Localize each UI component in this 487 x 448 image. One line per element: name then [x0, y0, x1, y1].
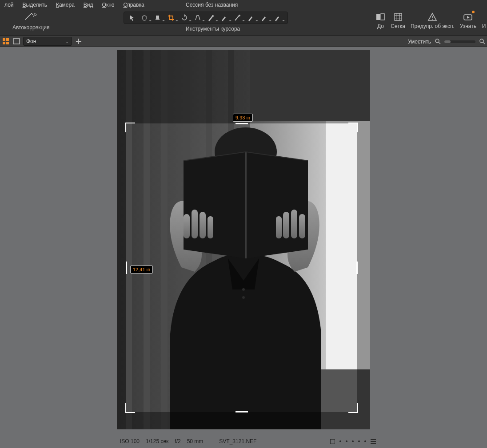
star-4[interactable] [358, 440, 360, 442]
status-focal: 50 mm [187, 438, 204, 444]
eraser-tool[interactable] [247, 13, 258, 23]
hand-tool[interactable] [140, 13, 152, 23]
svg-rect-8 [3, 38, 5, 41]
menu-help[interactable]: Справка [119, 1, 148, 9]
svg-point-13 [435, 39, 439, 43]
keystone-tool[interactable] [193, 13, 205, 23]
status-shutter: 1/125 сек [146, 438, 168, 444]
zoom-search-icon[interactable] [435, 38, 441, 46]
svg-point-30 [242, 288, 245, 291]
svg-rect-40 [299, 214, 305, 238]
svg-line-14 [439, 42, 440, 44]
wand-icon [24, 12, 39, 23]
cursor-tools-label: Инструменты курсора [186, 26, 240, 32]
svg-rect-0 [156, 19, 160, 20]
svg-line-16 [483, 42, 485, 44]
add-layer-button[interactable] [75, 37, 83, 45]
crop-tool[interactable] [167, 13, 178, 23]
status-aperture: f/2 [175, 438, 180, 444]
menu-camera[interactable]: Камера [52, 1, 79, 9]
svg-point-6 [432, 19, 433, 20]
crop-height-readout: 12,41 in [130, 266, 153, 274]
svg-rect-11 [6, 42, 9, 44]
menu-select[interactable]: Выделить [18, 1, 52, 9]
svg-rect-4 [381, 14, 384, 20]
star-1[interactable] [339, 440, 341, 442]
photo-canvas[interactable]: 9,93 in 12,41 in [117, 50, 370, 429]
grid-icon [393, 12, 403, 22]
svg-point-2 [239, 15, 240, 16]
rating-strip[interactable] [330, 439, 376, 444]
spot-tool[interactable] [207, 13, 218, 23]
zoom-slider[interactable] [444, 40, 475, 43]
autocorrection-group[interactable]: Автокоррекция [12, 12, 50, 31]
menu-layer[interactable]: лой [0, 1, 18, 9]
svg-point-15 [480, 39, 483, 43]
svg-rect-10 [3, 42, 5, 44]
heal-tool[interactable] [273, 13, 285, 23]
warning-icon [427, 12, 437, 22]
main-toolbar: Автокоррекция [0, 10, 487, 36]
metadata-icon[interactable] [371, 439, 376, 444]
right-tools: До Сетка Предупр. об эксп. Узнать И [375, 12, 487, 29]
svg-rect-35 [200, 212, 206, 238]
layer-dropdown[interactable]: Фон ⌄ [23, 37, 72, 46]
svg-rect-12 [13, 39, 20, 44]
zoom-controls: Уместить [408, 36, 485, 48]
autocorrection-label: Автокоррекция [12, 24, 50, 31]
rotate-tool[interactable] [180, 13, 192, 23]
clone-tool[interactable] [260, 13, 271, 23]
crop-width-readout: 9,93 in [233, 114, 253, 122]
svg-rect-38 [283, 212, 289, 238]
next-cutoff[interactable]: И [482, 12, 486, 29]
chevron-down-icon: ⌄ [65, 39, 69, 44]
svg-rect-33 [184, 214, 190, 238]
menu-window[interactable]: Окно [98, 1, 119, 9]
crop-mask-left [117, 123, 126, 412]
svg-rect-34 [192, 210, 198, 238]
crop-mask-bottom [117, 412, 370, 429]
color-tag-icon[interactable] [330, 439, 335, 444]
learn-link[interactable]: Узнать [460, 12, 476, 29]
svg-point-1 [212, 15, 214, 17]
svg-rect-37 [276, 216, 282, 238]
before-after-tool[interactable]: До [375, 12, 385, 29]
status-bar: ISO 100 1/125 сек f/2 50 mm SVT_3121.NEF [0, 435, 487, 448]
cursor-tools [124, 12, 288, 24]
thumbnails-icon[interactable] [2, 37, 10, 45]
menu-view[interactable]: Вид [79, 1, 98, 9]
zoom-fit-label[interactable]: Уместить [408, 39, 431, 45]
image-viewer[interactable]: 9,93 in 12,41 in [0, 47, 487, 435]
video-icon [463, 12, 473, 22]
layer-bar: Фон ⌄ Уместить [0, 36, 487, 47]
exposure-warning[interactable]: Предупр. об эксп. [411, 12, 455, 29]
brush-tool[interactable] [220, 13, 232, 23]
svg-rect-36 [208, 216, 213, 238]
svg-point-31 [242, 296, 245, 299]
session-title: Сессия без названия [186, 2, 238, 8]
zoom-in-icon[interactable] [479, 38, 485, 46]
layer-dropdown-value: Фон [26, 38, 36, 44]
before-after-icon [375, 12, 385, 22]
star-3[interactable] [352, 440, 354, 442]
status-filename: SVT_3121.NEF [219, 438, 256, 444]
star-5[interactable] [364, 440, 366, 442]
status-iso: ISO 100 [120, 438, 140, 444]
gradient-tool[interactable] [233, 13, 245, 23]
loupe-tool[interactable] [153, 13, 165, 23]
grid-toggle[interactable]: Сетка [391, 12, 405, 29]
svg-rect-39 [291, 210, 297, 238]
crop-mask-top [117, 50, 370, 123]
single-view-icon[interactable] [12, 37, 20, 45]
svg-rect-3 [376, 14, 380, 20]
svg-rect-9 [6, 38, 9, 41]
crop-mask-right [357, 123, 370, 412]
menubar: лой Выделить Камера Вид Окно Справка [0, 0, 487, 10]
star-2[interactable] [346, 440, 347, 442]
pointer-tool[interactable] [127, 13, 138, 23]
